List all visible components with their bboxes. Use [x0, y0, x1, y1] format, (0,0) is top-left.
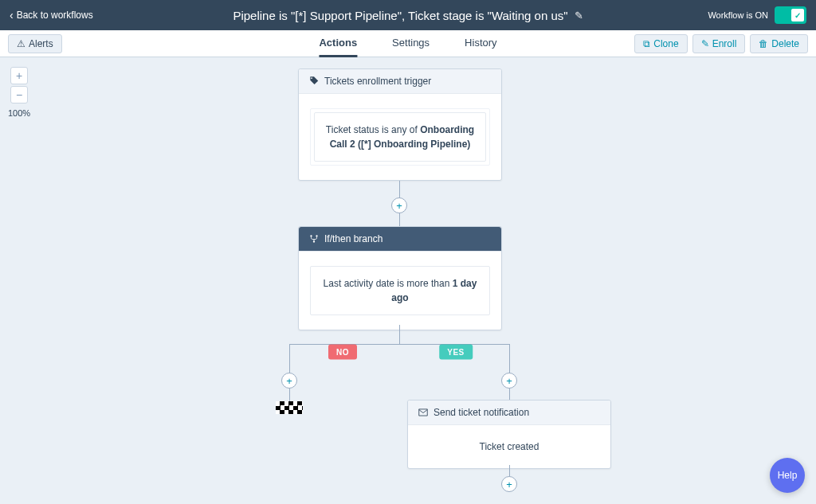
enrollment-trigger-card[interactable]: Tickets enrollment trigger Ticket status… — [298, 68, 502, 181]
clone-label: Clone — [653, 38, 678, 49]
top-bar: ‹ Back to workflows Pipeline is "[*] Sup… — [0, 0, 816, 30]
trigger-card-header: Tickets enrollment trigger — [299, 69, 501, 94]
help-label: Help — [778, 470, 798, 481]
branch-icon — [308, 233, 320, 244]
zoom-out-button[interactable]: − — [10, 86, 28, 104]
tag-icon — [308, 76, 320, 87]
branch-card-body: Last activity date is more than 1 day ag… — [299, 252, 501, 330]
tab-actions[interactable]: Actions — [319, 30, 357, 57]
warning-icon: ⚠ — [17, 38, 26, 49]
trigger-mid: is any of — [379, 124, 420, 135]
workflow-on-toggle[interactable]: ✓ — [775, 6, 806, 24]
add-action-node-1[interactable]: + — [391, 197, 407, 213]
workflow-canvas[interactable]: + − 100% Tickets enrollment trigger Tick… — [0, 57, 816, 504]
add-action-no-branch[interactable]: + — [281, 373, 297, 389]
connector-line — [399, 325, 400, 344]
add-action-yes-branch[interactable]: + — [501, 373, 517, 389]
tab-settings[interactable]: Settings — [392, 30, 430, 57]
svg-point-1 — [316, 235, 317, 236]
send-notification-card[interactable]: Send ticket notification Ticket created — [407, 400, 611, 469]
alerts-label: Alerts — [29, 38, 53, 49]
finish-flag-icon — [276, 401, 303, 414]
workflow-title-wrap: Pipeline is "[*] Support Pipeline", Tick… — [233, 9, 583, 22]
if-then-branch-card[interactable]: If/then branch Last activity date is mor… — [298, 226, 502, 330]
branch-mid: is more than — [394, 278, 453, 289]
connector-line — [289, 389, 290, 401]
trigger-prefix: Ticket status — [326, 124, 379, 135]
branch-card-header: If/then branch — [299, 227, 501, 252]
enroll-button[interactable]: ✎ Enroll — [692, 34, 746, 53]
branch-criterion: Last activity date is more than 1 day ag… — [310, 266, 490, 315]
delete-button[interactable]: 🗑 Delete — [750, 34, 808, 53]
envelope-icon — [418, 407, 429, 418]
enroll-label: Enroll — [712, 38, 737, 49]
branch-label-no: NO — [328, 345, 357, 360]
tab-history[interactable]: History — [465, 30, 496, 57]
trash-icon: 🗑 — [759, 38, 768, 49]
chevron-left-icon: ‹ — [10, 9, 14, 21]
delete-label: Delete — [771, 38, 799, 49]
connector-line — [289, 344, 509, 345]
branch-label-yes: YES — [439, 345, 473, 360]
connector-line — [289, 344, 290, 374]
connector-line — [509, 389, 510, 400]
trigger-criterion: Ticket status is any of Onboarding Call … — [314, 112, 486, 162]
clone-button[interactable]: ⧉ Clone — [634, 34, 687, 53]
notification-header-label: Send ticket notification — [434, 407, 529, 418]
enroll-icon: ✎ — [701, 38, 709, 49]
svg-point-0 — [310, 235, 312, 236]
alerts-button[interactable]: ⚠ Alerts — [8, 34, 62, 53]
connector-line — [509, 344, 510, 374]
trigger-card-body: Ticket status is any of Onboarding Call … — [299, 94, 501, 180]
workflow-status: Workflow is ON ✓ — [708, 6, 806, 24]
workflow-status-label: Workflow is ON — [708, 10, 768, 20]
add-action-after-notification[interactable]: + — [501, 476, 517, 492]
toggle-knob: ✓ — [791, 9, 804, 21]
help-button[interactable]: Help — [770, 458, 805, 493]
branch-header-label: If/then branch — [324, 233, 382, 244]
notification-header: Send ticket notification — [408, 400, 610, 425]
clone-icon: ⧉ — [643, 38, 650, 49]
nav-tabs: Actions Settings History — [319, 30, 496, 57]
zoom-in-button[interactable]: + — [10, 67, 28, 84]
zoom-controls: + − 100% — [8, 67, 30, 118]
connector-line — [399, 213, 400, 226]
back-to-workflows-link[interactable]: ‹ Back to workflows — [10, 9, 93, 21]
workflow-title: Pipeline is "[*] Support Pipeline", Tick… — [233, 9, 567, 22]
subnav: ⚠ Alerts Actions Settings History ⧉ Clon… — [0, 30, 816, 57]
back-label: Back to workflows — [17, 10, 93, 21]
edit-title-icon[interactable]: ✎ — [575, 10, 583, 21]
zoom-level: 100% — [8, 108, 30, 118]
trigger-header-label: Tickets enrollment trigger — [324, 76, 431, 87]
right-actions: ⧉ Clone ✎ Enroll 🗑 Delete — [634, 34, 808, 53]
notification-body: Ticket created — [408, 425, 610, 468]
branch-prefix: Last activity date — [324, 278, 394, 289]
svg-point-2 — [313, 240, 315, 242]
